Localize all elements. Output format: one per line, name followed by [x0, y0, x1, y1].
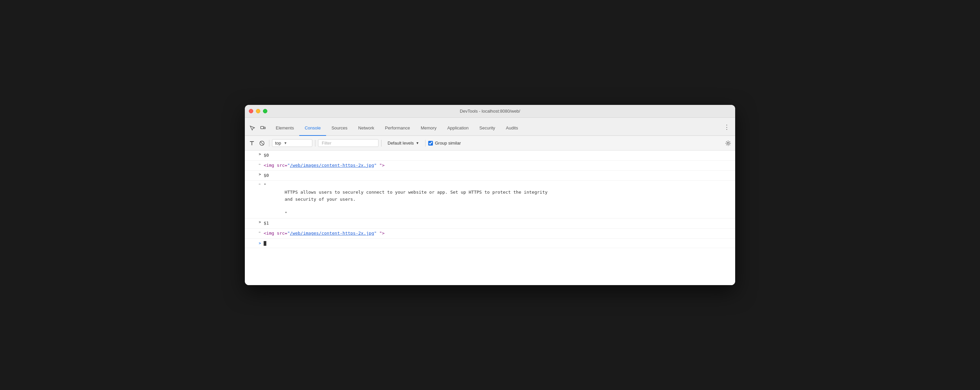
title-bar: DevTools - localhost:8080/web/	[245, 105, 735, 118]
cursor	[264, 241, 266, 246]
prompt-gutter: >	[245, 150, 264, 158]
tab-performance[interactable]: Performance	[380, 120, 415, 136]
context-label: top	[275, 141, 281, 145]
html-attr-quote-end: "	[374, 231, 377, 236]
html-attr-quote-end: "	[374, 163, 377, 168]
minimize-button[interactable]	[256, 109, 260, 113]
group-similar-label: Group similar	[435, 141, 461, 145]
console-row: > $0	[245, 150, 735, 161]
more-tabs-icon[interactable]: ⋮	[721, 121, 732, 133]
console-row: ← " HTTPS allows users to securely conne…	[245, 181, 735, 219]
levels-dropdown[interactable]: Default levels ▼	[384, 139, 423, 147]
prompt-arrow-icon: >	[259, 220, 261, 224]
html-tag: <img src=	[264, 231, 287, 236]
console-toolbar: top ▼ Default levels ▼ Group similar	[245, 136, 735, 150]
console-body: $0	[264, 171, 735, 181]
toolbar-divider-2	[315, 140, 315, 147]
levels-arrow-icon: ▼	[416, 141, 419, 145]
console-row: ← <img src="/web/images/content-https-2x…	[245, 229, 735, 239]
tab-memory[interactable]: Memory	[415, 120, 442, 136]
tab-console[interactable]: Console	[299, 120, 326, 136]
context-selector[interactable]: top ▼	[272, 139, 312, 147]
toolbar-divider-3	[381, 140, 382, 147]
return-gutter: ←	[245, 181, 264, 188]
console-row: > $1	[245, 219, 735, 229]
prompt-gutter: >	[245, 219, 264, 225]
html-link[interactable]: /web/images/content-https-2x.jpg	[290, 231, 374, 236]
devtools-window: DevTools - localhost:8080/web/ Elements …	[245, 105, 735, 285]
multiline-string: " HTTPS allows users to securely connect…	[264, 182, 547, 216]
settings-icon[interactable]	[724, 139, 732, 148]
device-toolbar-icon[interactable]	[258, 123, 268, 133]
tab-sources[interactable]: Sources	[326, 120, 353, 136]
html-tag: <img src=	[264, 163, 287, 168]
console-output: > $0 ← <img src="/web/images/content-htt…	[245, 150, 735, 285]
maximize-button[interactable]	[263, 109, 267, 113]
filter-input[interactable]	[318, 139, 379, 147]
no-icon[interactable]	[258, 139, 266, 148]
inspect-element-icon[interactable]	[248, 123, 257, 133]
svg-rect-0	[261, 126, 264, 129]
tab-network[interactable]: Network	[353, 120, 380, 136]
console-var: $0	[264, 153, 269, 158]
window-title: DevTools - localhost:8080/web/	[460, 109, 520, 113]
close-button[interactable]	[249, 109, 253, 113]
toolbar-right	[724, 139, 732, 148]
return-gutter: ←	[245, 161, 264, 168]
svg-rect-1	[264, 127, 265, 129]
levels-label: Default levels	[388, 141, 414, 145]
tab-security[interactable]: Security	[474, 120, 500, 136]
tab-audits[interactable]: Audits	[500, 120, 523, 136]
clear-console-button[interactable]	[248, 139, 256, 148]
group-similar-toggle[interactable]: Group similar	[428, 141, 461, 145]
return-gutter: ←	[245, 229, 264, 236]
console-input-row: >	[245, 239, 735, 248]
prompt-gutter: >	[245, 171, 264, 178]
context-arrow-icon: ▼	[284, 141, 287, 145]
tab-elements[interactable]: Elements	[270, 120, 299, 136]
console-body: $1	[264, 219, 735, 228]
input-prompt: >	[245, 241, 264, 245]
input-prompt-symbol: >	[259, 241, 261, 245]
console-row: > $0	[245, 171, 735, 181]
return-arrow-icon: ←	[259, 182, 261, 186]
toolbar-divider-4	[425, 140, 426, 147]
console-var: $1	[264, 221, 269, 225]
devtools-icon-group	[248, 123, 268, 136]
toolbar-divider-1	[269, 140, 269, 147]
svg-line-5	[260, 142, 264, 145]
traffic-lights	[249, 109, 267, 113]
svg-point-6	[727, 142, 729, 144]
console-body: " HTTPS allows users to securely connect…	[264, 181, 735, 218]
group-similar-checkbox[interactable]	[428, 141, 433, 145]
console-var: $0	[264, 173, 269, 178]
svg-rect-3	[250, 141, 254, 142]
return-arrow-icon: ←	[259, 162, 261, 166]
html-tag-end: ">	[377, 163, 385, 168]
console-body: <img src="/web/images/content-https-2x.j…	[264, 161, 735, 171]
prompt-arrow-icon: >	[259, 172, 261, 176]
return-arrow-icon: ←	[259, 230, 261, 234]
console-body: <img src="/web/images/content-https-2x.j…	[264, 229, 735, 238]
html-tag-end: ">	[377, 231, 385, 236]
console-row: ← <img src="/web/images/content-https-2x…	[245, 161, 735, 171]
console-body: $0	[264, 150, 735, 160]
tab-application[interactable]: Application	[442, 120, 474, 136]
console-input-area[interactable]	[264, 241, 735, 246]
html-link[interactable]: /web/images/content-https-2x.jpg	[290, 163, 374, 168]
prompt-arrow-icon: >	[259, 152, 261, 156]
devtools-tab-bar: Elements Console Sources Network Perform…	[245, 118, 735, 136]
